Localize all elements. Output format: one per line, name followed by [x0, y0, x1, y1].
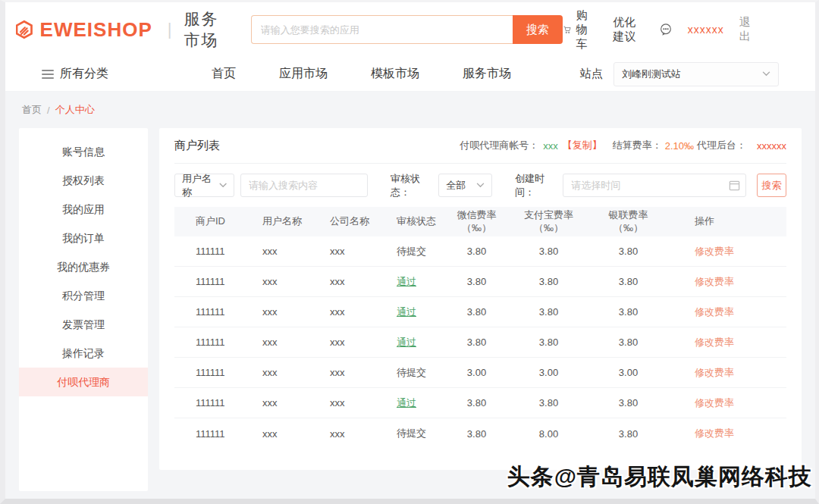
logout-link[interactable]: 退出 [739, 15, 755, 44]
header-right: 购物车 优化建议 xxxxxx 退出 [563, 8, 755, 52]
panel-title: 商户列表 [174, 139, 220, 153]
nav-item-2[interactable]: 应用市场 [279, 66, 328, 82]
cell-alipay-rate: 3.80 [509, 276, 588, 287]
brand-divider: | [168, 20, 172, 39]
merchant-panel: 商户列表 付呗代理商帐号： xxx 【复制】 结算费率： 2.10‰ 代理后台：… [159, 128, 802, 470]
search-field-select[interactable]: 用户名称 [174, 174, 234, 197]
nav-items: 首页应用市场模板市场服务市场 [212, 66, 511, 82]
sidebar-item-6[interactable]: 积分管理 [19, 281, 148, 310]
cell-user-name: xxx [253, 428, 318, 440]
suggest-label: 优化建议 [613, 15, 643, 44]
column-header-7: 银联费率 （‰） [588, 209, 668, 234]
date-input[interactable] [563, 174, 746, 197]
brand-name: EWEISHOP [40, 18, 152, 42]
sidebar-item-8[interactable]: 操作记录 [19, 339, 148, 368]
chevron-down-icon [219, 183, 227, 188]
modify-rate-link[interactable]: 修改费率 [695, 306, 734, 318]
column-header-4: 审核状态 [387, 215, 444, 227]
keyword-input[interactable] [240, 174, 368, 197]
nav-item-1[interactable]: 首页 [212, 66, 236, 82]
cell-union-rate: 3.80 [588, 397, 668, 409]
cell-company-name: xxx [318, 306, 387, 318]
cell-union-rate: 3.80 [588, 276, 668, 287]
cell-wechat-rate: 3.80 [444, 246, 509, 257]
settle-rate-value: 2.10‰ [665, 140, 694, 152]
nav-item-4[interactable]: 服务市场 [463, 66, 511, 82]
menu-icon [42, 67, 54, 81]
table-row: 111111xxxxxx通过3.803.803.80修改费率 [174, 388, 786, 418]
sidebar-item-2[interactable]: 授权列表 [19, 166, 148, 195]
modify-rate-link[interactable]: 修改费率 [695, 367, 734, 378]
all-categories-menu[interactable]: 所有分类 [42, 66, 108, 82]
sidebar-item-4[interactable]: 我的订单 [19, 224, 148, 252]
modify-rate-link[interactable]: 修改费率 [695, 246, 734, 257]
column-header-5: 微信费率 （‰） [444, 209, 509, 234]
panel-header: 商户列表 付呗代理商帐号： xxx 【复制】 结算费率： 2.10‰ 代理后台：… [174, 128, 786, 164]
cell-audit-status: 待提交 [387, 245, 444, 258]
agent-account-value: xxx [543, 140, 558, 152]
site-label: 站点 [580, 67, 603, 81]
modify-rate-link[interactable]: 修改费率 [695, 397, 734, 409]
cell-action: 修改费率 [668, 366, 786, 380]
message-link[interactable] [659, 23, 673, 36]
account-name[interactable]: xxxxxx [688, 23, 724, 36]
sidebar-item-1[interactable]: 账号信息 [19, 137, 148, 166]
sidebar-item-9[interactable]: 付呗代理商 [19, 368, 148, 396]
cell-union-rate: 3.80 [588, 246, 668, 257]
cart-icon [563, 23, 572, 36]
cell-alipay-rate: 3.00 [509, 367, 588, 378]
cell-audit-status[interactable]: 通过 [387, 275, 444, 289]
agent-backend-label: 代理后台： [697, 139, 746, 152]
table-row: 111111xxxxxx通过3.803.803.80修改费率 [174, 327, 786, 358]
cell-wechat-rate: 3.80 [444, 428, 509, 440]
status-badge[interactable]: 通过 [397, 397, 416, 409]
breadcrumb-home[interactable]: 首页 [22, 103, 42, 117]
site-group: 站点 刘峰刚测试站 [580, 62, 779, 86]
modify-rate-link[interactable]: 修改费率 [695, 427, 734, 439]
table-row: 111111xxxxxx待提交3.803.803.80修改费率 [174, 236, 786, 267]
cell-wechat-rate: 3.80 [444, 276, 509, 287]
column-header-1: 商户ID [174, 215, 253, 227]
copy-button[interactable]: 【复制】 [563, 139, 602, 152]
brand[interactable]: EWEISHOP | 服务市场 [16, 8, 224, 51]
nav-item-3[interactable]: 模板市场 [371, 66, 419, 82]
cell-union-rate: 3.80 [588, 337, 668, 348]
status-badge[interactable]: 通过 [397, 306, 416, 318]
cell-audit-status[interactable]: 通过 [387, 396, 444, 410]
cell-action: 修改费率 [668, 305, 786, 319]
column-header-2: 用户名称 [253, 215, 318, 227]
status-select[interactable]: 全部 [438, 174, 492, 197]
search-input[interactable] [251, 15, 513, 44]
modify-rate-link[interactable]: 修改费率 [695, 337, 734, 348]
status-badge[interactable]: 通过 [397, 337, 416, 348]
cell-alipay-rate: 3.80 [509, 337, 588, 348]
cell-user-name: xxx [253, 367, 318, 378]
cell-audit-status[interactable]: 通过 [387, 305, 444, 319]
sidebar-item-7[interactable]: 发票管理 [19, 310, 148, 339]
cell-user-name: xxx [253, 246, 318, 257]
cell-alipay-rate: 3.80 [509, 397, 588, 409]
site-select[interactable]: 刘峰刚测试站 [613, 62, 779, 86]
cart-link[interactable]: 购物车 [563, 8, 598, 52]
cell-merchant-id: 111111 [174, 428, 253, 440]
search-button[interactable]: 搜索 [513, 15, 563, 44]
all-categories-label: 所有分类 [60, 66, 108, 82]
cell-alipay-rate: 3.80 [509, 246, 588, 257]
eweishop-logo-icon [16, 14, 33, 45]
status-badge[interactable]: 通过 [397, 276, 416, 287]
status-badge: 待提交 [397, 427, 426, 439]
modify-rate-link[interactable]: 修改费率 [695, 276, 734, 287]
cell-user-name: xxx [253, 397, 318, 409]
filter-search-button[interactable]: 搜索 [757, 174, 786, 197]
filter-bar: 用户名称 审核状态： 全部 创建时间： 搜索 [174, 164, 786, 207]
cell-company-name: xxx [318, 276, 387, 287]
agent-backend-value[interactable]: xxxxxx [757, 140, 786, 152]
cell-union-rate: 3.80 [588, 428, 668, 440]
cell-company-name: xxx [318, 246, 387, 257]
cell-audit-status[interactable]: 通过 [387, 336, 444, 349]
sidebar-item-3[interactable]: 我的应用 [19, 195, 148, 224]
status-badge: 待提交 [397, 246, 426, 257]
cell-action: 修改费率 [668, 275, 786, 289]
suggest-link[interactable]: 优化建议 [613, 15, 643, 44]
sidebar-item-5[interactable]: 我的优惠券 [19, 252, 148, 281]
